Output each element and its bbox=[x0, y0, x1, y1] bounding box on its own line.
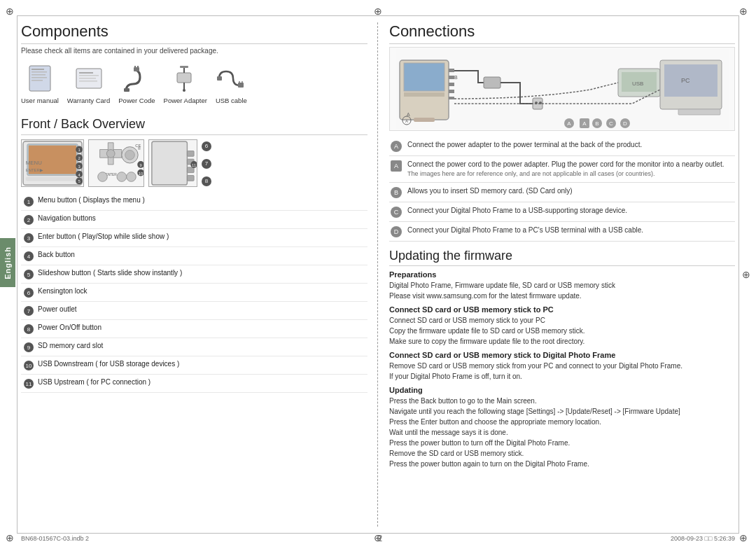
usb-cable-icon bbox=[216, 63, 246, 94]
components-items-row: User manual W bbox=[21, 60, 368, 107]
conn-item-d: D Connect your Digital Photo Frame to a … bbox=[389, 222, 735, 242]
firmware-sdtopc-text: Connect SD card or USB memory stick to y… bbox=[389, 315, 735, 347]
svg-rect-68 bbox=[449, 69, 454, 72]
firmware-title: Updating the firmware bbox=[389, 249, 735, 266]
legend-item-3: 3 Enter button ( Play/Stop while slide s… bbox=[21, 229, 368, 247]
legend-num-3: 3 bbox=[24, 233, 34, 243]
connections-title: Connections bbox=[389, 22, 735, 44]
connections-section: Connections bbox=[389, 22, 735, 242]
frontback-section: Front / Back Overview 1 bbox=[21, 117, 368, 393]
svg-rect-11 bbox=[134, 67, 139, 71]
svg-text:11: 11 bbox=[192, 163, 196, 167]
svg-point-49 bbox=[117, 172, 127, 182]
page-date: 2008-09-23 □□ 5:26:39 bbox=[671, 535, 735, 542]
connections-list: A Connect the power adapter to the power… bbox=[389, 137, 735, 242]
svg-rect-70 bbox=[449, 83, 454, 86]
connections-diagram: A A B bbox=[389, 47, 735, 131]
power-adapter-icon bbox=[170, 63, 201, 94]
svg-rect-71 bbox=[449, 90, 454, 93]
frame-front-diagram: 1 2 3 4 5 MENU ENTER▶ bbox=[21, 139, 84, 187]
legend-text-4: Back button bbox=[38, 251, 75, 258]
firmware-section: Updating the firmware Preparations Digit… bbox=[389, 249, 735, 469]
svg-rect-27 bbox=[26, 177, 79, 181]
frontback-diagram: 1 2 3 4 5 MENU ENTER▶ bbox=[21, 139, 368, 187]
firmware-sdtoframe: Connect SD card or USB memory stick to D… bbox=[389, 351, 735, 382]
firmware-sdtoframe-title: Connect SD card or USB memory stick to D… bbox=[389, 351, 735, 359]
svg-rect-86 bbox=[664, 64, 718, 97]
legend-num-8: 8 bbox=[24, 324, 34, 334]
page-border-left bbox=[17, 15, 18, 534]
firmware-prep-title: Preparations bbox=[389, 270, 735, 279]
svg-rect-61 bbox=[187, 175, 194, 181]
firmware-prep-text: Digital Photo Frame, Firmware update fil… bbox=[389, 280, 735, 301]
reg-mark-top-left: ⊕ bbox=[6, 6, 17, 17]
reg-mark-bottom-left: ⊕ bbox=[6, 532, 17, 543]
firmware-sdtopc-title: Connect SD card or USB memory stick to P… bbox=[389, 305, 735, 314]
svg-rect-9 bbox=[79, 78, 96, 79]
warranty-card-icon bbox=[74, 63, 104, 94]
legend-item-6: 6 Kensington lock bbox=[21, 284, 368, 302]
legend-item-9: 9 SD memory card slot bbox=[21, 338, 368, 356]
firmware-updating-text: Press the Back button to go to the Main … bbox=[389, 396, 735, 469]
reg-mark-top-right: ⊕ bbox=[739, 6, 750, 17]
svg-point-50 bbox=[127, 172, 136, 182]
legend-item-8: 8 Power On/Off button bbox=[21, 320, 368, 338]
page-file-info: BN68-01567C-03.indb 2 bbox=[21, 535, 89, 542]
component-warranty-card: Warranty Card bbox=[67, 63, 110, 104]
power-code-label: Power Code bbox=[118, 97, 155, 104]
legend-item-11: 11 USB Upstream ( for PC connection ) bbox=[21, 375, 368, 393]
conn-badge-a: A bbox=[391, 141, 402, 152]
svg-rect-14 bbox=[124, 88, 130, 92]
conn-item-a2: A Connect the power cord to the power ad… bbox=[389, 156, 735, 183]
components-title: Components bbox=[21, 22, 368, 44]
svg-rect-3 bbox=[31, 74, 46, 76]
legend-num-10: 10 bbox=[24, 361, 34, 370]
svg-rect-15 bbox=[177, 73, 191, 83]
svg-text:9: 9 bbox=[139, 163, 141, 167]
controls-diagram: ENTER CE R bbox=[88, 139, 144, 187]
svg-rect-2 bbox=[31, 71, 47, 73]
svg-rect-77 bbox=[484, 77, 500, 88]
svg-rect-4 bbox=[31, 77, 47, 78]
svg-point-44 bbox=[106, 150, 115, 158]
components-description: Please check all items are contained in … bbox=[21, 47, 368, 55]
conn-item-b: B Allows you to insert SD memory card. (… bbox=[389, 183, 735, 202]
component-power-adapter: Power Adapter bbox=[164, 63, 207, 104]
warranty-card-label: Warranty Card bbox=[67, 97, 110, 104]
svg-text:C: C bbox=[609, 120, 613, 127]
svg-rect-57 bbox=[152, 141, 188, 185]
svg-rect-66 bbox=[404, 63, 444, 91]
reg-center-right: ⊕ bbox=[742, 269, 750, 280]
legend-text-9: SD memory card slot bbox=[38, 342, 103, 349]
legend-text-6: Kensington lock bbox=[38, 287, 88, 295]
legend-text-7: Power outlet bbox=[38, 305, 77, 313]
legend-text-2: Navigation buttons bbox=[38, 214, 96, 222]
svg-text:B: B bbox=[595, 120, 598, 127]
component-user-manual: User manual bbox=[21, 63, 59, 104]
conn-text-a: Connect the power adapter to the power t… bbox=[407, 140, 642, 150]
legend-num-4: 4 bbox=[24, 251, 34, 261]
firmware-updating: Updating Press the Back button to go to … bbox=[389, 386, 735, 469]
svg-text:A: A bbox=[582, 120, 587, 127]
component-power-code: Power Code bbox=[118, 63, 155, 104]
conn-item-a: A Connect the power adapter to the power… bbox=[389, 137, 735, 156]
components-section: Components Please check all items are co… bbox=[21, 22, 368, 107]
legend-item-7: 7 Power outlet bbox=[21, 302, 368, 320]
legend-item-4: 4 Back button bbox=[21, 247, 368, 265]
svg-text:10: 10 bbox=[139, 172, 144, 176]
legend-text-3: Enter button ( Play/Stop while slide sho… bbox=[38, 232, 169, 240]
legend-item-10: 10 USB Downstream ( for USB storage devi… bbox=[21, 356, 368, 375]
back-diagram: 11 bbox=[148, 139, 197, 187]
reg-mark-bottom-right: ⊕ bbox=[739, 532, 750, 543]
english-side-tab: English bbox=[0, 238, 15, 287]
svg-text:D: D bbox=[623, 120, 627, 127]
power-adapter-label: Power Adapter bbox=[164, 97, 207, 104]
svg-text:A: A bbox=[567, 120, 571, 127]
svg-point-47 bbox=[125, 150, 135, 160]
legend-num-2: 2 bbox=[24, 215, 34, 225]
svg-rect-10 bbox=[79, 81, 97, 82]
svg-rect-88 bbox=[678, 109, 720, 115]
legend-num-11: 11 bbox=[24, 379, 34, 389]
svg-point-48 bbox=[98, 172, 108, 182]
svg-rect-67 bbox=[404, 92, 444, 97]
